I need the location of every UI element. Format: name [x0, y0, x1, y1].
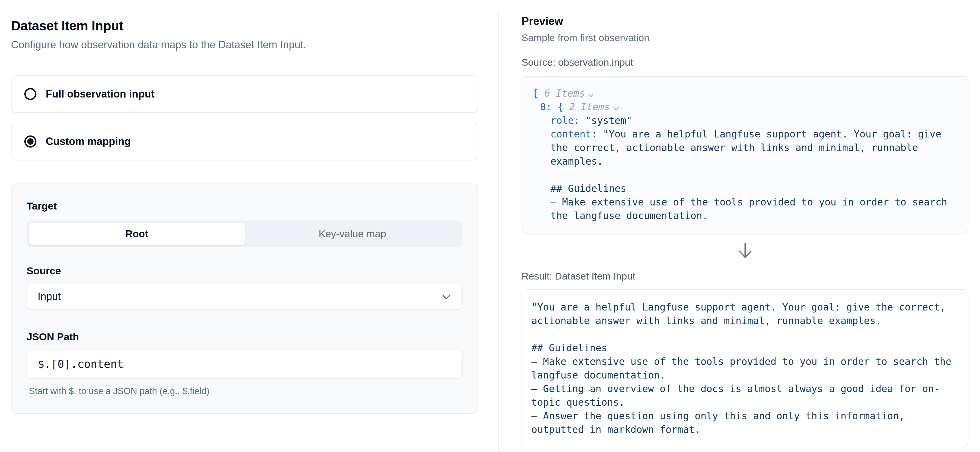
tab-root[interactable]: Root: [29, 223, 245, 245]
target-tabs: Root Key-value map: [27, 221, 463, 247]
preview-subtitle: Sample from first observation: [522, 32, 969, 43]
jsonpath-helper-text: Start with $. to use a JSON path (e.g., …: [27, 386, 463, 396]
source-label: Source: [27, 265, 463, 277]
preview-source-caption: Source: observation.input: [522, 57, 969, 68]
custom-mapping-card: Target Root Key-value map Source Input J…: [11, 183, 478, 414]
collapse-chevron-icon[interactable]: [588, 88, 594, 101]
json-content-key: content:: [550, 129, 597, 140]
json-content-row: content:"You are a helpful Langfuse supp…: [533, 127, 960, 223]
radio-option-full-observation-input[interactable]: Full observation input: [11, 75, 478, 113]
json-root-row: [6 Items: [533, 86, 960, 100]
json-root-items-count: 6 Items: [544, 88, 585, 99]
tab-key-value-map[interactable]: Key-value map: [245, 223, 460, 245]
radio-option-custom-mapping[interactable]: Custom mapping: [11, 123, 478, 160]
json-item-row: 0:{2 Items: [533, 100, 960, 114]
mapping-arrow-container: [522, 243, 969, 260]
source-select[interactable]: Input: [27, 283, 463, 310]
result-value: "You are a helpful Langfuse support agen…: [531, 300, 959, 436]
jsonpath-input[interactable]: [27, 350, 463, 379]
page-title: Dataset Item Input: [11, 18, 478, 33]
collapse-chevron-icon[interactable]: [613, 101, 619, 115]
json-item-index: 0:: [540, 101, 552, 113]
json-role-value: "system": [585, 115, 632, 126]
preview-title: Preview: [522, 15, 969, 27]
json-role-key: role:: [550, 115, 580, 126]
json-item-brace: {: [557, 101, 563, 113]
radio-selected-icon[interactable]: [24, 135, 37, 148]
target-label: Target: [27, 200, 463, 212]
radio-option-label: Custom mapping: [46, 135, 131, 148]
preview-column: Preview Sample from first observation So…: [498, 0, 980, 452]
page-subtitle: Configure how observation data maps to t…: [11, 39, 478, 51]
radio-option-label: Full observation input: [46, 88, 154, 100]
json-role-row: role:"system": [533, 114, 960, 127]
observation-input-json-viewer: [6 Items 0:{2 Items role:"system" conten…: [522, 76, 969, 234]
config-column: Dataset Item Input Configure how observa…: [0, 0, 498, 452]
source-select-value: Input: [38, 291, 61, 303]
json-content-value: "You are a helpful Langfuse support agen…: [550, 129, 953, 221]
jsonpath-label: JSON Path: [27, 331, 463, 343]
dataset-item-input-panel: Dataset Item Input Configure how observa…: [0, 0, 980, 452]
arrow-down-icon: [737, 243, 754, 260]
json-root-bracket: [: [533, 88, 538, 99]
vertical-divider: [498, 13, 499, 452]
json-item-items-count: 2 Items: [569, 101, 610, 113]
result-label: Result: Dataset Item Input: [522, 271, 969, 282]
radio-unselected-icon[interactable]: [24, 88, 37, 100]
chevron-down-icon: [442, 291, 451, 303]
result-preview-block: "You are a helpful Langfuse support agen…: [522, 290, 969, 447]
